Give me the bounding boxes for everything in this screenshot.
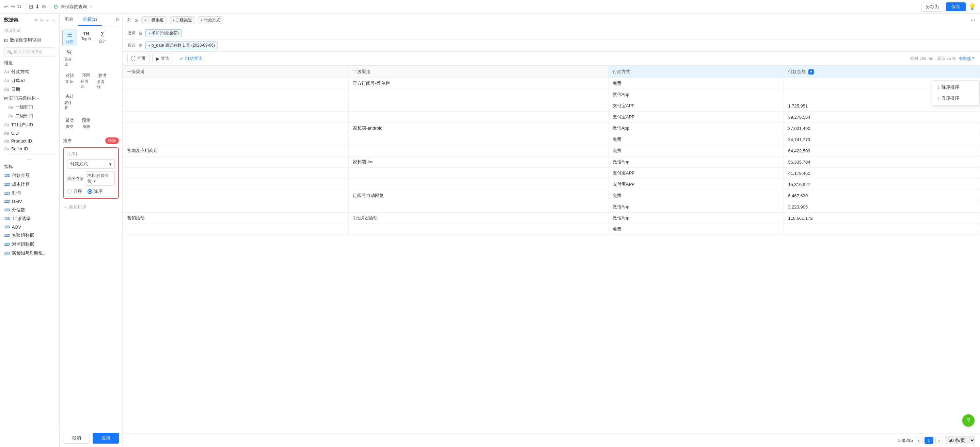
sort-dep-select[interactable]: 求和(付款金额) ▾ <box>85 171 115 186</box>
sidebar-item-tt-uid[interactable]: Aa TT用户UID <box>0 120 59 129</box>
save-as-button[interactable]: 另存为 <box>921 2 943 11</box>
undo-icon[interactable]: ↩ <box>4 3 8 10</box>
dept-hierarchy-header[interactable]: ⊞ 部门层级结构 ▾ <box>0 94 59 103</box>
forecast-label: 预测 <box>83 124 90 129</box>
sidebar-item-control-data[interactable]: 123 对照组数据 <box>0 240 59 249</box>
copy-icon[interactable]: ⎘ <box>41 18 43 23</box>
metrics-header[interactable]: 指标 <box>0 162 59 171</box>
dimensions-header[interactable]: 维度 <box>0 59 59 67</box>
refresh-icon[interactable]: ↻ <box>17 3 21 10</box>
chart-icon-ratio[interactable]: 环同 环同比 <box>79 71 94 91</box>
help-fab-button[interactable]: ? <box>962 414 975 426</box>
table-icon[interactable]: ⊞ <box>29 3 33 10</box>
sidebar-item-seller-id[interactable]: Aa Seller ID <box>0 145 59 153</box>
sidebar-item-exp-data[interactable]: 123 实验组数据 <box>0 231 59 240</box>
next-page-button[interactable]: › <box>935 437 943 444</box>
sidebar-item-cost[interactable]: 123 成本计算 <box>0 180 59 189</box>
sidebar-item-date[interactable]: Aa 日期 <box>0 85 59 94</box>
sidebar-item-profit[interactable]: 123 利润 <box>0 189 59 198</box>
chart-icon-topn[interactable]: TN Top N <box>79 30 94 46</box>
search-icon: 🔍 <box>7 50 12 54</box>
save-button[interactable]: 保存 <box>946 2 966 11</box>
sidebar-item-dept2[interactable]: Aa 二级部门 <box>0 112 59 120</box>
per-page-select[interactable]: 50 条/页 100 条/页 <box>945 436 975 444</box>
cancel-button[interactable]: 取消 <box>63 433 90 444</box>
redo-icon[interactable]: ↪ <box>11 3 15 10</box>
cell-channel1 <box>123 179 349 190</box>
table-row: 官方订阅号-菜单栏 免费 <box>123 78 980 89</box>
add-sort-label: 添加排序 <box>69 204 86 210</box>
add-sort-row[interactable]: ＋ 添加排序 <box>63 202 119 212</box>
settings-icon[interactable]: ⚙ <box>41 3 46 10</box>
chart-icon-tablecalc[interactable]: 表计 表计算 <box>62 92 77 112</box>
popup-asc-sort[interactable]: ↑ 升序排序 <box>932 93 979 104</box>
col-header-channel2[interactable]: 二级渠道 <box>349 66 608 78</box>
chart-icon-refline[interactable]: 参考 参考线 <box>95 71 110 91</box>
chart-icon-sort[interactable]: ☰ 排序 <box>62 30 77 46</box>
sidebar-item-order-id[interactable]: Aa 订单 id <box>0 76 59 85</box>
asc-radio[interactable]: 升序 <box>67 189 82 195</box>
filter-tag[interactable]: ▾ p_date 最近有数 1 天 (2023-09-06) <box>145 41 218 49</box>
sidebar-item-payment-method[interactable]: Aa 付款方式 <box>0 67 59 76</box>
chart-icon-percent[interactable]: % 百分比 <box>62 48 77 68</box>
fullscreen-button[interactable]: ⛶ 全屏 <box>127 54 150 63</box>
more-icon[interactable]: ⋯ <box>45 18 50 23</box>
sort-icon-label: 排序 <box>66 40 73 44</box>
dim-label: 一级部门 <box>15 104 33 110</box>
apply-button[interactable]: 应用 <box>92 433 119 444</box>
sort-title: 排序 <box>63 138 72 144</box>
tab-analysis[interactable]: 分析(1) <box>78 14 102 26</box>
sort-dep-value: 求和(付款金额) <box>87 173 109 184</box>
cell-payment: 支付宝APP <box>608 100 784 112</box>
sidebar-item-aov[interactable]: 123 AOV <box>0 223 59 231</box>
filter-settings-icon[interactable]: ⚙ <box>138 43 143 48</box>
cell-channel2 <box>349 100 608 112</box>
prev-page-button[interactable]: ‹ <box>915 437 923 444</box>
eye-icon[interactable]: 👁 <box>34 18 38 23</box>
collapse-right-icon[interactable]: ▷ <box>113 14 122 26</box>
query-button[interactable]: ▶ 查询 <box>152 54 173 63</box>
col-settings-icon[interactable]: ⚙ <box>134 18 138 23</box>
tab-chart[interactable]: 图表 <box>60 14 78 26</box>
chart-icon-total[interactable]: Σ 合计 <box>95 30 110 46</box>
popup-desc-sort[interactable]: ↕ 降序排序 <box>932 82 979 93</box>
chart-icon-cluster[interactable]: 聚类 聚类 <box>62 116 77 131</box>
sidebar-item-gmv[interactable]: 123 GMV <box>0 198 59 206</box>
cell-payment: 支付宝APP <box>608 112 784 123</box>
auto-query-toggle[interactable]: ✓ 自动查询 <box>176 54 206 63</box>
edit-icon[interactable]: ✎ <box>89 5 92 9</box>
sidebar-item-payment-amount[interactable]: 123 付款金额 <box>0 171 59 180</box>
cluster-label: 聚类 <box>66 124 73 129</box>
sort-remove-button[interactable]: 移除 <box>105 138 119 144</box>
col-header-channel1[interactable]: 一级渠道 <box>123 66 349 78</box>
resize-handle-icon[interactable]: ⇔ <box>971 17 975 24</box>
sort-field-select[interactable]: 付款方式 ▾ <box>67 159 115 169</box>
cell-amount: 56,335,704 <box>784 157 980 168</box>
bulb-icon[interactable]: 💡 <box>969 3 976 11</box>
metrics-tag[interactable]: ▾ 求和(付款金额) <box>145 29 182 37</box>
col-tag-channel2[interactable]: ▾ 二级渠道 <box>170 16 195 24</box>
col-header-payment-amount[interactable]: 付款金额 ▾ ↕ 降序排序 ↑ 升序排序 <box>784 66 980 78</box>
search-box[interactable]: 🔍 输入关键词搜索 <box>4 47 55 57</box>
collapse-sidebar-icon[interactable]: ◁ <box>52 18 55 23</box>
help-link[interactable]: 有疑惑？ <box>959 56 975 62</box>
sidebar-item-quantile[interactable]: 123 分位数 <box>0 206 59 214</box>
metrics-settings-icon[interactable]: ⚙ <box>138 31 143 36</box>
desc-radio[interactable]: 降序 <box>88 189 102 195</box>
col-dropdown-button[interactable]: ▾ <box>808 70 814 74</box>
sidebar-item-dept1[interactable]: Aa 一级部门 <box>0 103 59 112</box>
current-page-button[interactable]: 1 <box>924 437 933 444</box>
col-tag-payment[interactable]: ▾ 付款方式 <box>198 16 223 24</box>
sidebar-item-exp-vs-control[interactable]: 123 实验组与对照组... <box>0 249 59 257</box>
sidebar-item-uid[interactable]: Aa UID <box>0 129 59 137</box>
sidebar-item-product-id[interactable]: Aa Product ID <box>0 137 59 145</box>
col-header-payment-method[interactable]: 付款方式 ↓ <box>608 66 784 78</box>
sidebar-item-tt-rate[interactable]: 123 TT渗透率 <box>0 214 59 223</box>
chart-icon-forecast[interactable]: 预测 预测 <box>79 116 94 131</box>
dataset-item[interactable]: ⊡ 数据集使用说明 <box>0 36 59 44</box>
topn-sym: TN <box>83 31 89 36</box>
col-tag-channel1[interactable]: ▾ 一级渠道 <box>141 16 167 24</box>
download-icon[interactable]: ⬇ <box>35 3 40 10</box>
filter-tag-label: p_date 最近有数 1 天 (2023-09-06) <box>151 43 215 48</box>
chart-icon-compare[interactable]: 对比 对比 <box>62 71 77 91</box>
